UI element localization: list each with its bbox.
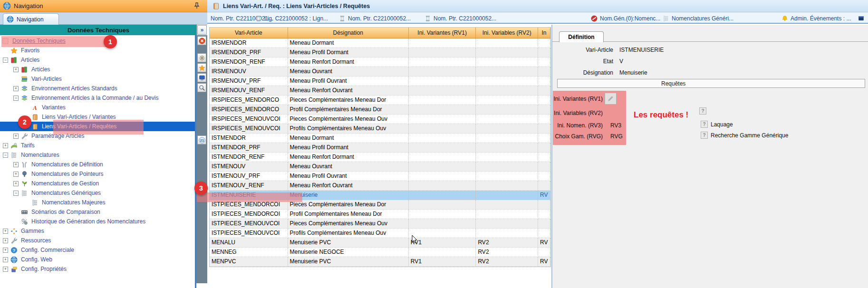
tree-item-config-web[interactable]: +Config. Web (3, 255, 54, 264)
tree-item-nomenclatures-g-n-riques[interactable]: −Nomenclatures Génériques (13, 188, 102, 198)
expand-icon[interactable]: + (13, 86, 19, 91)
tree-item-nomenclatures-de-d-finition[interactable]: +Nomenclatures de Définition (13, 160, 105, 169)
table-row[interactable]: ISTMENOUV_RENFMeneau Renfort Ouvrant (210, 181, 550, 191)
table-row[interactable]: IRSMENDOR_RENFMeneau Renfort Dormant (210, 58, 550, 67)
navigation-tab-globe-icon (7, 16, 14, 23)
help-question-button[interactable]: ? (699, 107, 706, 115)
expand-icon[interactable]: + (13, 181, 19, 186)
table-cell: Profil Complémentaires Meneau Dor (288, 210, 409, 219)
doc-tab-3[interactable]: Nom. Ptr. C221000052... (339, 14, 411, 23)
table-row[interactable]: ISTMENOUVMeneau Ouvrant (210, 162, 550, 172)
search-button[interactable] (197, 83, 206, 92)
table-row[interactable]: ISTPIECES_MENOUVCOIProfils Complémentair… (210, 229, 550, 238)
table-row[interactable]: MENPVCMenuiserie PVCRV1RV2RV (210, 257, 550, 267)
column-header-1[interactable]: Vari-Article (210, 28, 288, 38)
doc-tab-7[interactable]: Admin. Évènements : ... (781, 14, 851, 23)
z1-button[interactable]: 21 (197, 135, 206, 144)
tree-item-config-commerciale[interactable]: +?Config. Commerciale (3, 245, 76, 255)
table-row[interactable]: ISTPIECES_MENOUVCOIPieces Complémentaire… (210, 219, 550, 229)
document-tabbar: Nom. Ptr. C221100021...Lig. C221000052 :… (207, 12, 868, 24)
tab-navigation[interactable]: Navigation (3, 13, 59, 25)
expand-icon[interactable]: + (3, 229, 8, 234)
table-row[interactable]: IRSMENOUV_PRFMeneau Profil Ouvrant (210, 77, 550, 86)
favorites-button[interactable] (197, 63, 206, 72)
vari-article-table: Vari-ArticleDésignationIni. Variantes (R… (209, 27, 551, 267)
tree-item-variantes[interactable]: AVariantes (31, 103, 67, 112)
table-row[interactable]: IRSMENOUVMeneau Ouvrant (210, 67, 550, 77)
tree-item-gammes[interactable]: +Gammes (3, 226, 46, 236)
table-row[interactable]: IRSMENOUV_RENFMeneau Renfort Ouvrant (210, 86, 550, 96)
collapse-icon[interactable]: − (13, 96, 19, 101)
table-row[interactable]: IRSPIECES_MENOUVCOIProfils Complémentair… (210, 124, 550, 134)
query-edit-button[interactable] (605, 93, 617, 105)
table-cell (476, 134, 538, 143)
table-row[interactable]: MENALUMenuiserie PVCRV1RV2RV (210, 238, 550, 248)
expand-icon[interactable]: + (3, 238, 8, 243)
tree-item-historique-de-g-n-ration-des-nomenclatures[interactable]: Historique de Génération des Nomenclatur… (21, 217, 147, 226)
table-cell: ISTMENOUV_PRF (210, 172, 288, 181)
table-row[interactable]: ISTMENDOR_RENFMeneau Renfort Dormant (210, 153, 550, 162)
expand-icon[interactable]: + (13, 134, 19, 139)
column-header-4[interactable]: Ini. Variables (RV2) (476, 28, 538, 38)
tree-item-tarifs[interactable]: +Tarifs (3, 141, 36, 150)
tree-item-environnement-articles-la-commande-au-devis[interactable]: −Environnement Articles à la Commande / … (13, 93, 160, 103)
doc-tab-4[interactable]: Nom. Ptr. C221000052... (424, 14, 496, 23)
table-row[interactable]: IRSPIECES_MENDORCOProfil Complémentaires… (210, 105, 550, 115)
layers-icon (21, 85, 28, 92)
doc-tab-2[interactable]: Lig. C221000052 : Lign... (255, 14, 328, 23)
collapse-icon[interactable]: − (3, 58, 8, 63)
table-cell: IRSPIECES_MENDORCO (210, 105, 288, 115)
expand-icon[interactable]: + (3, 267, 8, 272)
tree-item-favoris[interactable]: Favoris (10, 46, 41, 55)
tree-item-ressources[interactable]: +Ressources (3, 236, 52, 245)
expand-icon[interactable]: + (3, 257, 8, 262)
table-row[interactable]: ISTMENOUV_PRFMeneau Profil Ouvrant (210, 172, 550, 181)
expand-icon[interactable]: + (13, 162, 19, 167)
column-header-3[interactable]: Ini. Variantes (RV1) (409, 28, 476, 38)
table-row[interactable]: ISTPIECES_MENDORCOIProfil Complémentaire… (210, 210, 550, 219)
tree-item-articles[interactable]: −Articles (3, 55, 41, 65)
table-row[interactable]: ISTMENDOR_PRFMeneau Profil Dormant (210, 143, 550, 153)
tree-item-vari-articles[interactable]: Vari-Articles (21, 74, 63, 84)
table-cell: Pieces Complémentaires Meneau Dor (288, 200, 409, 210)
column-header-2[interactable]: Désignation (288, 28, 409, 38)
tab-definition[interactable]: Définition (559, 31, 604, 42)
help-question-button[interactable]: ? (701, 132, 708, 139)
tree-item-sc-narios-de-comparaison[interactable]: Scénarios de Comparaison (21, 207, 102, 217)
doc-tab-6[interactable]: Nomenclatures Généri... (663, 14, 733, 23)
table-row[interactable]: IRSMENDOR_PRFMeneau Profil Dormant (210, 48, 550, 58)
table-row[interactable]: IRSPIECES_MENOUVCOIPieces Complémentaire… (210, 115, 550, 124)
tree-item-nomenclatures-de-gestion[interactable]: +Nomenclatures de Gestion (13, 179, 100, 188)
expand-icon[interactable]: + (13, 67, 19, 72)
tree-item-label: Historique de Génération des Nomenclatur… (30, 218, 147, 225)
tree-item-label: Tarifs (19, 142, 36, 149)
doc-tab-label: Nom.Gén.(0):Nomenc... (600, 15, 660, 22)
monitor-button[interactable] (197, 73, 206, 82)
pin-icon[interactable] (193, 2, 201, 10)
gear-button[interactable] (197, 53, 206, 62)
expand-icon[interactable]: + (13, 172, 19, 177)
table-row[interactable]: MENNEGMenuiserie NEGOCERV2 (210, 248, 550, 257)
tree-item-config-propri-t-s[interactable]: +Config. Propriétés (3, 264, 68, 274)
tree-item-nomenclatures[interactable]: −Nomenclatures (3, 150, 61, 160)
tree-item-nomenclatures-de-pointeurs[interactable]: +Nomenclatures de Pointeurs (13, 169, 105, 179)
column-header-5[interactable]: In (538, 28, 550, 38)
close-button[interactable] (197, 36, 206, 45)
table-row[interactable]: IRSPIECES_MENDORCOPieces Complémentaires… (210, 96, 550, 105)
collapse-panel-button[interactable]: » (197, 25, 207, 35)
window-list-button[interactable] (858, 14, 865, 23)
gear-icon (199, 55, 205, 61)
tree-item-nomenclatures-majeures[interactable]: Nomenclatures Majeures (31, 198, 106, 207)
collapse-icon[interactable]: − (3, 153, 8, 158)
table-cell (476, 162, 538, 172)
expand-icon[interactable]: + (3, 143, 8, 148)
tree-item-environnement-articles-standards[interactable]: +Environnement Articles Standards (13, 84, 119, 93)
collapse-icon[interactable]: − (13, 191, 19, 196)
tree-item-articles[interactable]: +Articles (13, 65, 51, 74)
table-row[interactable]: ISTMENDORMeneau Dormant (210, 134, 550, 143)
help-question-button[interactable]: ? (701, 121, 708, 128)
table-row[interactable]: IRSMENDORMeneau Dormant (210, 38, 550, 48)
table-cell (476, 210, 538, 219)
expand-icon[interactable]: + (3, 248, 8, 253)
doc-tab-5[interactable]: Nom.Gén.(0):Nomenc... (591, 14, 660, 23)
